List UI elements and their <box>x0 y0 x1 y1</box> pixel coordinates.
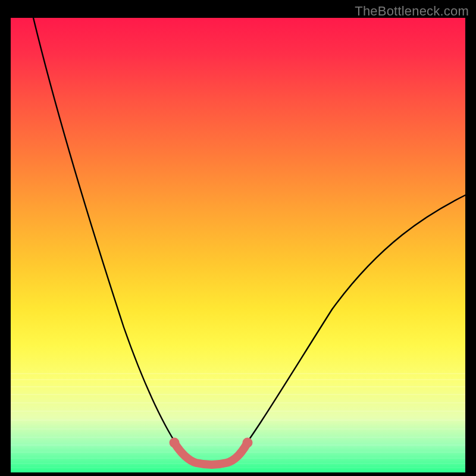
watermark-text: TheBottleneck.com <box>355 4 469 19</box>
plot-area <box>11 18 465 472</box>
curve-layer <box>11 18 465 472</box>
overlay-endpoint-right <box>243 438 253 448</box>
overlay-salmon-segment <box>174 443 248 465</box>
curve-right-branch <box>233 195 465 461</box>
chart-frame: TheBottleneck.com <box>0 0 476 476</box>
curve-left-branch <box>33 18 188 461</box>
overlay-endpoint-left <box>170 438 180 448</box>
